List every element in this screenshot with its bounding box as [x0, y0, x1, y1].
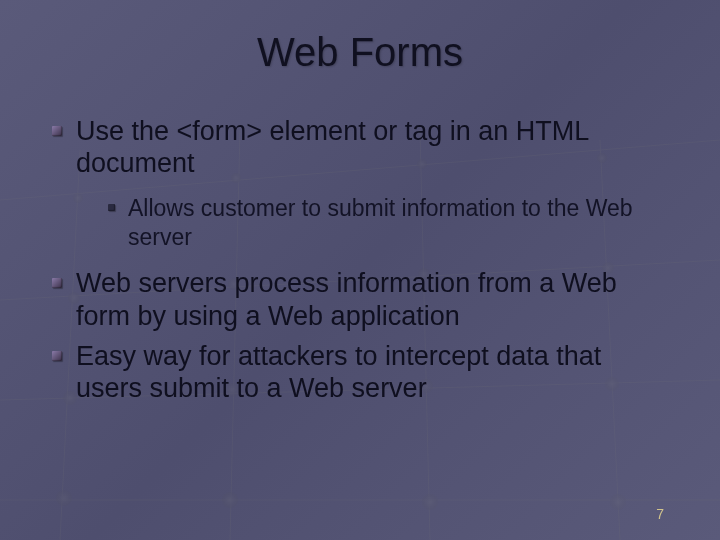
sub-bullet-text: Allows customer to submit information to…	[128, 195, 633, 250]
bullet-list: Use the <form> element or tag in an HTML…	[50, 115, 670, 405]
bullet-item: Easy way for attackers to intercept data…	[50, 340, 670, 405]
bullet-item: Use the <form> element or tag in an HTML…	[50, 115, 670, 251]
bullet-text: Easy way for attackers to intercept data…	[76, 341, 601, 403]
sub-bullet-item: Allows customer to submit information to…	[108, 194, 670, 252]
page-number: 7	[656, 506, 664, 522]
bullet-text: Web servers process information from a W…	[76, 268, 617, 330]
slide-content: Web Forms Use the <form> element or tag …	[0, 0, 720, 540]
slide-title: Web Forms	[50, 30, 670, 75]
sub-bullet-list: Allows customer to submit information to…	[76, 194, 670, 252]
bullet-text: Use the <form> element or tag in an HTML…	[76, 116, 588, 178]
bullet-item: Web servers process information from a W…	[50, 267, 670, 332]
